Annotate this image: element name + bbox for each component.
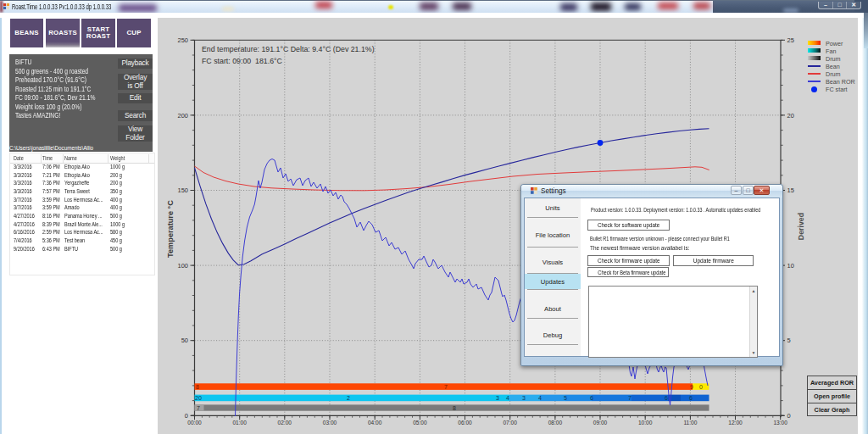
svg-text:7: 7	[197, 405, 200, 411]
svg-text:7: 7	[628, 395, 632, 401]
svg-text:4: 4	[538, 395, 542, 401]
svg-text:12:00: 12:00	[728, 420, 743, 426]
svg-text:0: 0	[185, 412, 188, 420]
svg-text:250: 250	[177, 36, 188, 44]
svg-text:200: 200	[177, 112, 188, 120]
svg-text:3: 3	[496, 395, 499, 401]
svg-text:00:00: 00:00	[187, 420, 202, 426]
svg-text:06:00: 06:00	[458, 420, 472, 426]
svg-text:6: 6	[665, 395, 668, 401]
svg-text:08:00: 08:00	[548, 420, 563, 426]
svg-text:5: 5	[564, 395, 567, 401]
svg-text:15: 15	[787, 186, 794, 194]
svg-text:20: 20	[787, 112, 794, 120]
svg-text:20: 20	[195, 395, 202, 401]
svg-text:11:00: 11:00	[683, 420, 697, 426]
svg-text:150: 150	[177, 186, 188, 194]
svg-text:04:00: 04:00	[368, 420, 382, 426]
svg-text:05:00: 05:00	[413, 420, 427, 426]
svg-text:09:00: 09:00	[593, 420, 608, 426]
svg-text:10:00: 10:00	[638, 420, 653, 426]
svg-text:8: 8	[453, 405, 456, 411]
svg-text:5: 5	[787, 337, 791, 344]
svg-text:25: 25	[787, 36, 794, 44]
svg-text:02:00: 02:00	[278, 420, 292, 426]
svg-text:50: 50	[181, 337, 188, 344]
svg-text:6: 6	[590, 395, 593, 401]
svg-text:2: 2	[347, 395, 350, 401]
svg-text:01:00: 01:00	[232, 420, 247, 426]
svg-text:0: 0	[787, 412, 791, 420]
svg-text:9: 9	[690, 384, 693, 390]
svg-text:Temperature °C: Temperature °C	[166, 200, 175, 258]
svg-text:3: 3	[522, 395, 526, 401]
svg-text:10: 10	[787, 262, 794, 270]
svg-text:0: 0	[699, 384, 703, 390]
svg-text:07:00: 07:00	[503, 420, 517, 426]
svg-text:8: 8	[196, 384, 199, 390]
svg-text:03:00: 03:00	[323, 420, 337, 426]
svg-text:100: 100	[177, 262, 188, 270]
svg-text:13:00: 13:00	[773, 420, 787, 426]
svg-text:4: 4	[506, 395, 509, 401]
svg-text:7: 7	[444, 384, 448, 390]
svg-text:6: 6	[689, 395, 693, 401]
svg-text:Derived: Derived	[797, 213, 805, 240]
